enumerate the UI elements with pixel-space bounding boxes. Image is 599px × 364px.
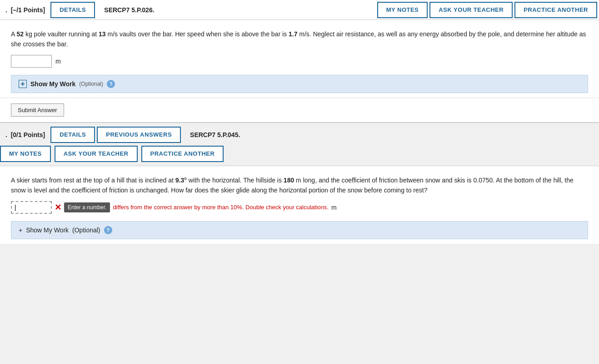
q1-bar-speed: 1.7 bbox=[289, 30, 297, 38]
q2-show-my-work[interactable]: + Show My Work (Optional) ? bbox=[11, 221, 588, 239]
q1-details-button[interactable]: DETAILS bbox=[50, 2, 95, 18]
q1-submit-button[interactable]: Submit Answer bbox=[11, 103, 64, 117]
q1-plus-icon: + bbox=[19, 80, 27, 88]
q2-answer-input[interactable] bbox=[11, 201, 52, 214]
q1-my-notes-button[interactable]: MY NOTES bbox=[377, 2, 428, 18]
q1-answer-row: m bbox=[11, 55, 588, 68]
q1-header-left: . [–/1 Points] DETAILS SERCP7 5.P.026. bbox=[0, 2, 162, 18]
q2-points: . [0/1 Points] bbox=[0, 131, 50, 138]
q2-points-prefix: . bbox=[5, 131, 7, 138]
q1-practice-another-button[interactable]: PRACTICE ANOTHER bbox=[514, 2, 597, 18]
q1-mass: 52 bbox=[16, 30, 24, 38]
q1-help-icon[interactable]: ? bbox=[107, 80, 115, 88]
q2-error-message: differs from the correct answer by more … bbox=[113, 204, 328, 211]
q2-header-row1: . [0/1 Points] DETAILS PREVIOUS ANSWERS … bbox=[0, 127, 599, 146]
q2-length: 180 bbox=[284, 177, 294, 184]
q1-header-right: MY NOTES ASK YOUR TEACHER PRACTICE ANOTH… bbox=[377, 2, 599, 18]
q2-help-icon[interactable]: ? bbox=[104, 226, 112, 234]
q2-smw-label: Show My Work bbox=[26, 226, 69, 234]
q1-points-prefix: . bbox=[5, 6, 7, 14]
q2-problem-id: SERCP7 5.P.045. bbox=[183, 131, 247, 138]
q2-problem-text: A skier starts from rest at the top of a… bbox=[11, 175, 588, 196]
q1-unit: m bbox=[55, 58, 61, 65]
q1-points-value: –/1 Points] bbox=[13, 6, 45, 14]
q2-tooltip: Enter a number. bbox=[64, 202, 110, 212]
q1-submit-row: Submit Answer bbox=[0, 98, 599, 123]
q2-header: . [0/1 Points] DETAILS PREVIOUS ANSWERS … bbox=[0, 123, 599, 166]
q1-points: . [–/1 Points] bbox=[0, 6, 50, 14]
q1-problem-text: A 52 kg pole vaulter running at 13 m/s v… bbox=[11, 29, 588, 49]
q2-practice-another-button[interactable]: PRACTICE ANOTHER bbox=[141, 146, 224, 162]
q2-plus-icon: + bbox=[19, 226, 22, 234]
q2-header-row2: MY NOTES ASK YOUR TEACHER PRACTICE ANOTH… bbox=[0, 146, 225, 166]
q1-header: . [–/1 Points] DETAILS SERCP7 5.P.026. M… bbox=[0, 0, 599, 20]
q2-details-button[interactable]: DETAILS bbox=[50, 127, 95, 143]
q1-body: A 52 kg pole vaulter running at 13 m/s v… bbox=[0, 20, 599, 98]
q1-show-my-work[interactable]: + Show My Work (Optional) ? bbox=[11, 75, 588, 93]
q1-optional-label: (Optional) bbox=[79, 81, 103, 87]
q2-error-icon: ✕ bbox=[55, 202, 61, 212]
q2-ask-teacher-button[interactable]: ASK YOUR TEACHER bbox=[55, 146, 138, 162]
q1-speed: 13 bbox=[99, 30, 106, 38]
q2-body: A skier starts from rest at the top of a… bbox=[0, 166, 599, 244]
q2-optional-label: (Optional) bbox=[72, 226, 100, 234]
q1-smw-label: Show My Work bbox=[30, 80, 75, 88]
q2-previous-answers-button[interactable]: PREVIOUS ANSWERS bbox=[97, 127, 181, 143]
q1-answer-input[interactable] bbox=[11, 55, 52, 68]
q2-angle: 9.3° bbox=[175, 177, 187, 184]
q1-problem-id: SERCP7 5.P.026. bbox=[97, 6, 161, 14]
q2-my-notes-button[interactable]: MY NOTES bbox=[0, 146, 51, 162]
q2-unit: m bbox=[331, 204, 337, 211]
q2-points-value: [0/1 Points] bbox=[11, 131, 45, 138]
q2-error-row: ✕ Enter a number. differs from the corre… bbox=[11, 201, 588, 214]
q1-ask-teacher-button[interactable]: ASK YOUR TEACHER bbox=[429, 2, 513, 18]
q2-input-wrapper: ✕ bbox=[11, 201, 61, 214]
